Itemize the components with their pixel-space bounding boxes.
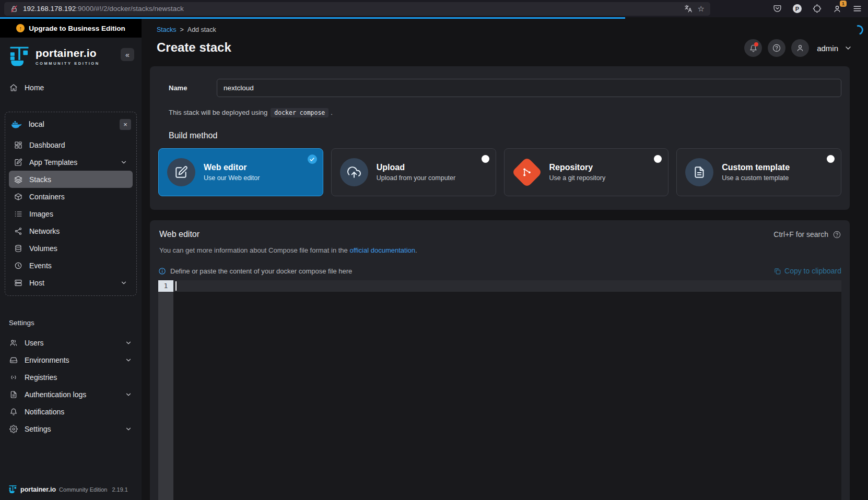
- build-method-title: Repository: [549, 163, 606, 172]
- sidebar-item-events[interactable]: Events: [9, 257, 133, 274]
- chevron-down-icon: [125, 425, 132, 433]
- environment-close-button[interactable]: ×: [120, 119, 131, 130]
- sidebar-item-label: Notifications: [25, 408, 64, 416]
- main-content: Stacks > Add stack Create stack: [142, 19, 868, 500]
- build-method-title: Web editor: [204, 163, 260, 172]
- gear-icon: [9, 425, 18, 433]
- build-method-subtitle: Use our Web editor: [204, 174, 260, 182]
- chevron-down-icon: [125, 391, 132, 398]
- chevron-down-icon: [120, 159, 127, 166]
- sidebar-item-label: Stacks: [29, 175, 51, 184]
- username[interactable]: admin: [817, 44, 838, 53]
- home-icon: [9, 84, 18, 92]
- breadcrumb-current: Add stack: [187, 26, 216, 33]
- chevron-down-icon: [125, 339, 132, 347]
- networks-icon: [14, 227, 22, 235]
- line-number: 1: [158, 280, 173, 292]
- editor-code-area[interactable]: [173, 280, 841, 500]
- sidebar-item-users[interactable]: Users: [4, 334, 137, 351]
- git-icon: [511, 157, 542, 187]
- footer-brand: portainer.io: [20, 486, 56, 493]
- copy-icon: [773, 267, 781, 275]
- upgrade-banner[interactable]: ↑ Upgrade to Business Edition: [0, 19, 142, 38]
- account-icon[interactable]: 1: [832, 4, 842, 14]
- help-circle-icon: [832, 230, 841, 239]
- build-method-subtitle: Use a git repository: [549, 174, 606, 182]
- loading-spinner: [852, 23, 865, 37]
- portainer-footer-logo-icon: [8, 485, 17, 494]
- sidebar-item-label: Dashboard: [29, 141, 65, 149]
- sidebar-item-label: Events: [29, 261, 52, 270]
- sidebar-item-label: Home: [25, 84, 44, 92]
- bookmark-star-icon[interactable]: ☆: [698, 4, 705, 14]
- sidebar-item-images[interactable]: Images: [9, 205, 133, 222]
- sidebar-item-home[interactable]: Home: [4, 79, 137, 96]
- radio-unselected[interactable]: [827, 155, 835, 163]
- sidebar-item-containers[interactable]: Containers: [9, 188, 133, 205]
- stack-form-card: Name This stack will be deployed usingdo…: [150, 66, 850, 210]
- url-text[interactable]: 192.168.178.192:9000/#!/2/docker/stacks/…: [23, 5, 184, 13]
- sidebar-collapse-button[interactable]: «: [121, 48, 134, 61]
- sidebar-item-stacks[interactable]: Stacks: [9, 171, 133, 188]
- sidebar-item-host[interactable]: Host: [9, 274, 133, 291]
- file-text-icon: [9, 390, 18, 399]
- build-method-title: Build method: [158, 131, 841, 140]
- build-method-subtitle: Upload from your computer: [377, 174, 455, 182]
- build-method-upload[interactable]: Upload Upload from your computer: [331, 148, 496, 196]
- containers-icon: [14, 193, 22, 201]
- insecure-lock-icon[interactable]: [10, 5, 18, 13]
- build-method-web-editor[interactable]: Web editor Use our Web editor: [158, 148, 323, 196]
- sidebar-item-dashboard[interactable]: Dashboard: [9, 136, 133, 153]
- user-avatar[interactable]: [791, 39, 809, 57]
- sidebar-item-environments[interactable]: Environments: [4, 351, 137, 368]
- editor-cursor: [175, 281, 177, 291]
- notification-dot: [754, 42, 758, 46]
- sidebar-item-label: App Templates: [29, 158, 77, 166]
- build-method-title: Upload: [377, 163, 455, 172]
- sidebar-item-notifications[interactable]: Notifications: [4, 403, 137, 420]
- sidebar-item-networks[interactable]: Networks: [9, 222, 133, 240]
- pocket-icon[interactable]: [773, 4, 782, 13]
- help-button[interactable]: [768, 39, 785, 57]
- browser-toolbar: 192.168.178.192:9000/#!/2/docker/stacks/…: [0, 0, 868, 17]
- chevron-down-icon: [120, 279, 127, 287]
- build-method-repository[interactable]: Repository Use a git repository: [504, 148, 669, 196]
- sidebar-item-app-templates[interactable]: App Templates: [9, 153, 133, 171]
- upgrade-arrow-icon: ↑: [16, 24, 25, 32]
- sidebar-item-authentication-logs[interactable]: Authentication logs: [4, 386, 137, 403]
- editor-active-line: [173, 280, 841, 292]
- sidebar-item-registries[interactable]: Registries: [4, 368, 137, 386]
- sidebar-item-label: Containers: [29, 193, 65, 201]
- user-menu-chevron-icon[interactable]: [844, 44, 852, 52]
- sidebar-item-settings[interactable]: Settings: [4, 420, 137, 437]
- stack-name-input[interactable]: [217, 79, 841, 97]
- sidebar-item-label: Networks: [29, 227, 60, 235]
- radio-unselected[interactable]: [482, 155, 489, 163]
- update-badge: 1: [840, 1, 847, 7]
- sidebar-item-volumes[interactable]: Volumes: [9, 240, 133, 257]
- editor-hint: Define or paste the content of your dock…: [158, 267, 352, 275]
- copy-to-clipboard-button[interactable]: Copy to clipboard: [773, 267, 841, 275]
- events-clock-icon: [14, 261, 22, 270]
- web-editor-pencil-icon: [167, 158, 195, 186]
- breadcrumb-stacks-link[interactable]: Stacks: [157, 26, 177, 33]
- environment-box: local × Dashboard: [5, 112, 137, 296]
- brand-block: portainer.io COMMUNITY EDITION «: [0, 38, 142, 72]
- environments-icon: [9, 356, 18, 364]
- official-documentation-link[interactable]: official documentation: [349, 246, 415, 254]
- sidebar-item-label: Environments: [25, 356, 69, 364]
- profile-p-icon[interactable]: P: [793, 4, 802, 13]
- brand-edition: COMMUNITY EDITION: [36, 61, 100, 66]
- sidebar-item-label: Host: [29, 279, 44, 287]
- compose-code-editor[interactable]: 1: [158, 280, 841, 500]
- build-method-custom-template[interactable]: Custom template Use a custom template: [676, 148, 841, 196]
- host-icon: [14, 279, 22, 287]
- radio-unselected[interactable]: [654, 155, 662, 163]
- menu-hamburger-icon[interactable]: [853, 4, 862, 13]
- notifications-bell-button[interactable]: [744, 39, 762, 57]
- translate-icon[interactable]: [684, 4, 693, 13]
- url-bar[interactable]: 192.168.178.192:9000/#!/2/docker/stacks/…: [4, 2, 710, 16]
- selected-check-icon: [308, 154, 317, 164]
- footer-version: 2.19.1: [112, 486, 128, 493]
- extensions-puzzle-icon[interactable]: [813, 4, 822, 13]
